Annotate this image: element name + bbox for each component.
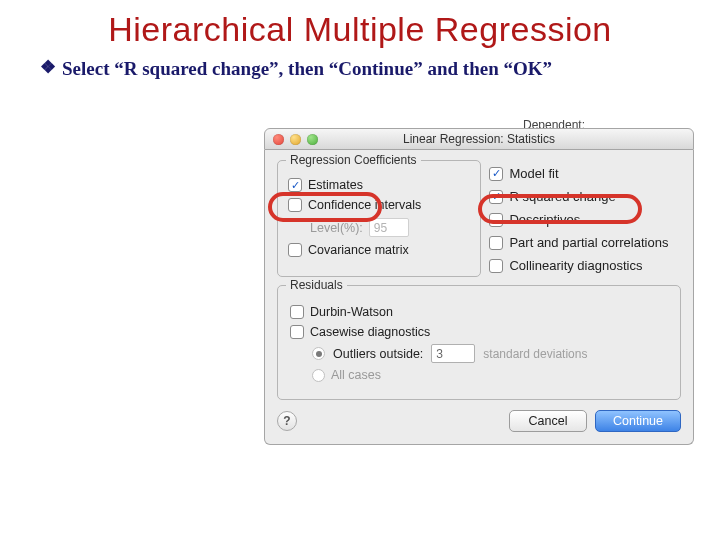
radio-selected-icon [312,347,325,360]
descriptives-row[interactable]: Descriptives [489,208,681,231]
durbin-watson-label: Durbin-Watson [310,305,393,319]
level-label: Level(%): [310,221,363,235]
right-options: ✓ Model fit ✓ R squared change Descripti… [489,160,681,277]
zoom-icon[interactable] [307,134,318,145]
outliers-label: Outliers outside: [333,347,423,361]
titlebar: Linear Regression: Statistics [264,128,694,150]
collinearity-label: Collinearity diagnostics [509,258,642,273]
outliers-row: Outliers outside: 3 standard deviations [290,342,668,365]
bullet-icon: ❖ [40,57,56,81]
checkbox-icon[interactable] [489,259,503,273]
slide-title: Hierarchical Multiple Regression [0,0,720,53]
window-controls [265,134,318,145]
dialog-window: Dependent: Linear Regression: Statistics… [264,128,694,445]
minimize-icon[interactable] [290,134,301,145]
instruction-line: ❖ Select “R squared change”, then “Conti… [0,53,720,81]
confidence-intervals-label: Confidence intervals [308,198,421,212]
radio-icon [312,369,325,382]
estimates-label: Estimates [308,178,363,192]
checkbox-icon[interactable] [288,243,302,257]
dialog-title: Linear Regression: Statistics [265,132,693,146]
residuals-group: Residuals Durbin-Watson Casewise diagnos… [277,285,681,400]
covariance-matrix-row[interactable]: Covariance matrix [288,240,470,260]
cancel-button[interactable]: Cancel [509,410,587,432]
help-button[interactable]: ? [277,411,297,431]
all-cases-label: All cases [331,368,381,382]
part-partial-row[interactable]: Part and partial correlations [489,231,681,254]
group-title-coeff: Regression Coefficients [286,153,421,167]
checkbox-icon[interactable] [489,236,503,250]
covariance-matrix-label: Covariance matrix [308,243,409,257]
standard-deviations-label: standard deviations [483,347,587,361]
instruction-text: Select “R squared change”, then “Continu… [62,57,552,81]
collinearity-row[interactable]: Collinearity diagnostics [489,254,681,277]
checkbox-checked-icon[interactable]: ✓ [489,190,503,204]
checkbox-checked-icon[interactable]: ✓ [288,178,302,192]
checkbox-icon[interactable] [290,325,304,339]
group-title-residuals: Residuals [286,278,347,292]
all-cases-row: All cases [290,365,668,385]
level-row: Level(%): 95 [288,215,470,240]
descriptives-label: Descriptives [509,212,580,227]
casewise-diagnostics-label: Casewise diagnostics [310,325,430,339]
checkbox-checked-icon[interactable]: ✓ [489,167,503,181]
checkbox-icon[interactable] [288,198,302,212]
checkbox-icon[interactable] [489,213,503,227]
r-squared-change-label: R squared change [509,189,615,204]
model-fit-row[interactable]: ✓ Model fit [489,162,681,185]
checkbox-icon[interactable] [290,305,304,319]
casewise-diagnostics-row[interactable]: Casewise diagnostics [290,322,668,342]
dialog-footer: ? Cancel Continue [277,410,681,432]
dialog-body: Regression Coefficients ✓ Estimates Conf… [264,150,694,445]
model-fit-label: Model fit [509,166,558,181]
confidence-intervals-row[interactable]: Confidence intervals [288,195,470,215]
estimates-row[interactable]: ✓ Estimates [288,175,470,195]
r-squared-change-row[interactable]: ✓ R squared change [489,185,681,208]
regression-coefficients-group: Regression Coefficients ✓ Estimates Conf… [277,160,481,277]
continue-button[interactable]: Continue [595,410,681,432]
part-partial-label: Part and partial correlations [509,235,668,250]
durbin-watson-row[interactable]: Durbin-Watson [290,302,668,322]
outliers-value-input: 3 [431,344,475,363]
level-input: 95 [369,218,409,237]
close-icon[interactable] [273,134,284,145]
